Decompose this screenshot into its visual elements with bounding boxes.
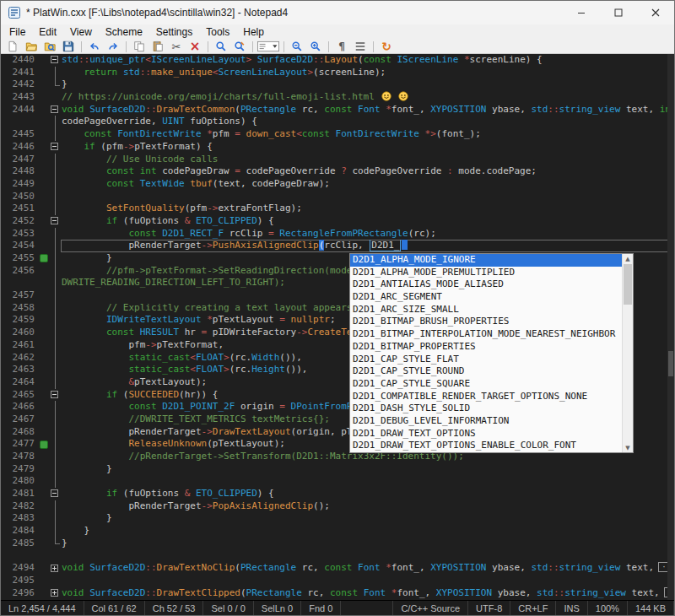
autocomplete-item[interactable]: D2D1_DASH_STYLE_SOLID (350, 403, 622, 415)
bookmark-margin[interactable] (40, 389, 50, 402)
bookmark-margin[interactable] (40, 67, 50, 79)
menu-edit[interactable]: Edit (32, 24, 63, 40)
fold-collapse-icon[interactable] (51, 217, 58, 224)
menu-scheme[interactable]: Scheme (99, 24, 149, 40)
cut-icon[interactable]: ✂ (168, 40, 185, 53)
bookmark-margin[interactable] (40, 215, 50, 228)
autocomplete-item[interactable]: D2D1_DEBUG_LEVEL_INFORMATION (350, 415, 622, 428)
status-segment[interactable]: Ln 2,454 / 4,444 (1, 601, 84, 615)
code-line[interactable]: 2448 const int codePageDraw = codePageOv… (1, 165, 674, 178)
fold-collapse-icon[interactable] (51, 143, 58, 150)
code-line[interactable]: 2443// https://unicode.org/emoji/charts/… (1, 91, 674, 104)
autocomplete-item[interactable]: D2D1_BITMAP_INTERPOLATION_MODE_NEAREST_N… (350, 328, 622, 341)
autocomplete-item[interactable]: D2D1_DRAW_TEXT_OPTIONS_ENABLE_COLOR_FONT (350, 440, 622, 452)
bookmark-margin[interactable] (40, 512, 50, 525)
bookmark-margin[interactable] (40, 228, 50, 240)
bookmark-margin[interactable] (40, 327, 50, 339)
code-line[interactable]: 2479 } (1, 463, 674, 476)
bookmark-margin[interactable] (40, 54, 50, 67)
autocomplete-item[interactable]: D2D1_BITMAP_PROPERTIES (350, 341, 622, 354)
bookmark-margin[interactable] (40, 525, 50, 538)
bookmark-marker[interactable] (40, 252, 50, 265)
fold-margin[interactable] (50, 141, 61, 154)
fold-collapse-icon[interactable] (51, 105, 58, 113)
autocomplete-item[interactable]: D2D1_CAP_STYLE_ROUND (350, 365, 622, 378)
scroll-down-arrow-icon[interactable]: ▼ (623, 443, 633, 452)
bookmark-margin[interactable] (40, 413, 50, 426)
menu-settings[interactable]: Settings (149, 24, 199, 40)
bookmark-margin[interactable] (40, 78, 50, 91)
code-line[interactable]: 2442} (1, 78, 674, 91)
save-icon[interactable] (60, 40, 77, 53)
bookmark-margin[interactable] (40, 575, 50, 587)
autocomplete-item[interactable]: D2D1_ALPHA_MODE_IGNORE (350, 254, 622, 267)
view-list-icon[interactable] (352, 40, 369, 53)
bookmark-margin[interactable] (40, 240, 50, 252)
bookmark-marker[interactable] (40, 438, 50, 451)
status-segment[interactable]: Fnd 0 (301, 601, 341, 615)
menu-tools[interactable]: Tools (199, 24, 236, 40)
bookmark-margin[interactable] (40, 562, 50, 575)
status-segment[interactable]: INS (556, 601, 587, 615)
zoom-in-icon[interactable] (307, 40, 324, 53)
fold-margin[interactable] (50, 54, 61, 67)
delete-icon[interactable]: × (186, 40, 203, 53)
code-line[interactable]: 2483 } (1, 512, 674, 525)
autocomplete-item[interactable]: D2D1_COMPATIBLE_RENDER_TARGET_OPTIONS_NO… (350, 391, 622, 403)
code-line[interactable]: 2495 (1, 575, 674, 587)
code-line[interactable] (1, 550, 674, 563)
fold-collapse-icon[interactable] (51, 489, 58, 497)
code-line[interactable]: 2450 (1, 191, 674, 203)
code-line[interactable]: 2496void SurfaceD2D::DrawTextClipped(PRe… (1, 587, 674, 600)
bookmark-margin[interactable] (40, 376, 50, 389)
autocomplete-item[interactable]: D2D1_ANTIALIAS_MODE_ALIASED (350, 278, 622, 291)
code-line[interactable]: 2441 return std::make_unique<ScreenLineL… (1, 67, 674, 79)
autocomplete-item[interactable]: D2D1_CAP_STYLE_SQUARE (350, 378, 622, 391)
bookmark-margin[interactable] (40, 191, 50, 203)
code-line[interactable]: 2454 pRenderTarget->PushAxisAlignedClip(… (1, 240, 674, 252)
code-line[interactable]: 2451 SetFontQuality(pfm->extraFontFlag); (1, 203, 674, 215)
fold-margin[interactable] (50, 104, 61, 116)
maximize-button[interactable] (600, 1, 637, 24)
fold-margin[interactable] (50, 587, 61, 600)
status-segment[interactable]: 144 KB (628, 601, 674, 615)
code-line[interactable]: 2446 if (pfm->pTextFormat) { (1, 141, 674, 154)
status-segment[interactable]: UTF-8 (468, 601, 510, 615)
bookmark-margin[interactable] (40, 154, 50, 166)
fold-expand-icon[interactable] (51, 589, 58, 597)
copy-icon[interactable] (131, 40, 148, 53)
bookmark-margin[interactable] (40, 116, 50, 128)
word-wrap-icon[interactable]: ¶ (333, 40, 350, 53)
bookmark-margin[interactable] (40, 203, 50, 215)
menu-file[interactable]: File (3, 24, 32, 40)
undo-icon[interactable] (86, 40, 103, 53)
bookmark-margin[interactable] (40, 488, 50, 500)
bookmark-margin[interactable] (40, 302, 50, 315)
paste-icon[interactable] (149, 40, 166, 53)
fold-margin[interactable] (50, 215, 61, 228)
menu-view[interactable]: View (63, 24, 99, 40)
status-segment[interactable]: Col 61 / 62 (84, 601, 145, 615)
code-line[interactable]: 2453 const D2D1_RECT_F rcClip = Rectangl… (1, 228, 674, 240)
bookmark-margin[interactable] (40, 178, 50, 191)
browse-folder-icon[interactable] (41, 40, 58, 53)
status-segment[interactable]: 100% (588, 601, 628, 615)
encoding-dropdown[interactable] (257, 40, 279, 53)
status-segment[interactable]: SelLn 0 (254, 601, 301, 615)
bookmark-margin[interactable] (40, 538, 50, 550)
open-file-icon[interactable] (23, 40, 40, 53)
code-line[interactable]: 2447 // Use Unicode calls (1, 154, 674, 166)
replace-icon[interactable] (231, 40, 248, 53)
new-file-icon[interactable] (4, 40, 21, 53)
bookmark-margin[interactable] (40, 277, 50, 289)
bookmark-margin[interactable] (40, 475, 50, 488)
bookmark-margin[interactable] (40, 265, 50, 278)
autocomplete-item[interactable]: D2D1_ARC_SIZE_SMALL (350, 304, 622, 316)
fold-collapse-icon[interactable] (51, 391, 58, 398)
bookmark-margin[interactable] (40, 141, 50, 154)
bookmark-margin[interactable] (40, 165, 50, 178)
code-line[interactable]: 2444void SurfaceD2D::DrawTextCommon(PRec… (1, 104, 674, 116)
code-line[interactable]: 2452 if (fuOptions & ETO_CLIPPED) { (1, 215, 674, 228)
bookmark-margin[interactable] (40, 289, 50, 302)
menu-help[interactable]: Help (236, 24, 271, 40)
